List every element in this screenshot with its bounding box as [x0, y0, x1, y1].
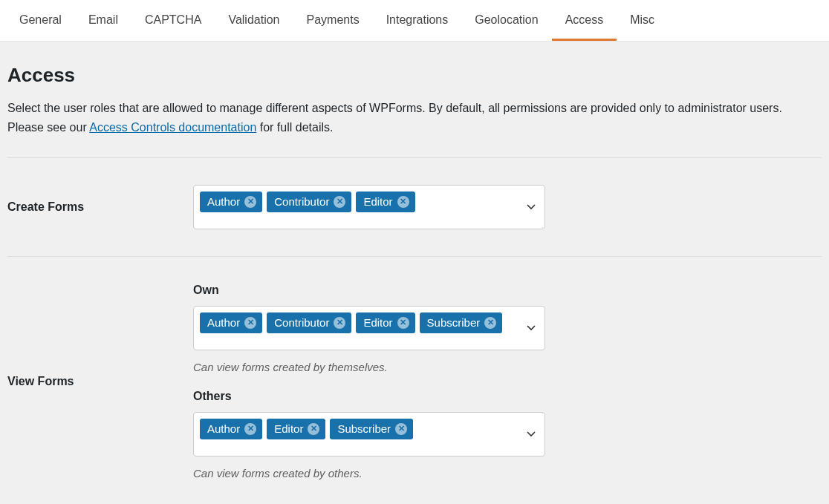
- remove-icon[interactable]: ✕: [397, 196, 409, 208]
- role-tag-label: Contributor: [274, 315, 329, 330]
- role-tag-label: Editor: [363, 194, 392, 209]
- settings-tabs: General Email CAPTCHA Validation Payment…: [0, 0, 829, 42]
- multiselect-view-own[interactable]: Author ✕ Contributor ✕ Editor ✕ Subscrib…: [193, 306, 545, 350]
- view-forms-own-block: Own Author ✕ Contributor ✕ Editor ✕: [193, 284, 550, 373]
- role-tag: Editor ✕: [267, 419, 325, 439]
- setting-field-view-forms: Own Author ✕ Contributor ✕ Editor ✕: [193, 284, 550, 480]
- role-tag: Editor ✕: [356, 192, 414, 212]
- access-docs-link[interactable]: Access Controls documentation: [89, 121, 256, 134]
- role-tag-label: Contributor: [274, 194, 329, 209]
- page-title: Access: [7, 64, 822, 87]
- tab-validation[interactable]: Validation: [215, 0, 293, 41]
- role-tag: Subscriber ✕: [420, 312, 503, 333]
- desc-text-after: for full details.: [256, 121, 333, 134]
- remove-icon[interactable]: ✕: [397, 317, 409, 329]
- tab-access[interactable]: Access: [552, 0, 617, 41]
- remove-icon[interactable]: ✕: [334, 317, 345, 329]
- setting-field-create-forms: Author ✕ Contributor ✕ Editor ✕: [193, 185, 550, 229]
- help-text-own: Can view forms created by themselves.: [193, 361, 550, 373]
- role-tag: Editor ✕: [356, 312, 414, 333]
- role-tag-label: Editor: [274, 422, 303, 436]
- multiselect-view-others[interactable]: Author ✕ Editor ✕ Subscriber ✕: [193, 412, 545, 456]
- role-tag: Author ✕: [200, 312, 262, 333]
- role-tag: Contributor ✕: [267, 192, 351, 212]
- role-tag: Contributor ✕: [267, 312, 351, 333]
- role-tag-label: Author: [207, 315, 240, 330]
- multiselect-create-forms[interactable]: Author ✕ Contributor ✕ Editor ✕: [193, 185, 545, 229]
- view-forms-others-block: Others Author ✕ Editor ✕ Subscriber ✕: [193, 390, 550, 480]
- sub-label-own: Own: [193, 284, 550, 297]
- tab-general[interactable]: General: [6, 0, 75, 41]
- role-tag-label: Subscriber: [427, 315, 481, 330]
- tab-email[interactable]: Email: [75, 0, 131, 41]
- tab-geolocation[interactable]: Geolocation: [461, 0, 551, 41]
- tab-payments[interactable]: Payments: [293, 0, 372, 41]
- role-tag-label: Editor: [363, 315, 392, 330]
- tab-captcha[interactable]: CAPTCHA: [131, 0, 215, 41]
- role-tag-label: Author: [207, 422, 240, 436]
- chevron-down-icon: [527, 203, 536, 212]
- tab-integrations[interactable]: Integrations: [373, 0, 462, 41]
- remove-icon[interactable]: ✕: [244, 317, 256, 329]
- role-tag-label: Author: [207, 194, 240, 209]
- remove-icon[interactable]: ✕: [244, 196, 256, 208]
- help-text-others: Can view forms created by others.: [193, 467, 550, 480]
- role-tag: Author ✕: [200, 419, 262, 439]
- remove-icon[interactable]: ✕: [244, 423, 256, 435]
- access-content: Access Select the user roles that are al…: [0, 42, 829, 504]
- remove-icon[interactable]: ✕: [334, 196, 345, 208]
- sub-label-others: Others: [193, 390, 550, 403]
- role-tag: Subscriber ✕: [330, 419, 413, 439]
- page-description: Select the user roles that are allowed t…: [7, 99, 822, 137]
- setting-label-create-forms: Create Forms: [7, 200, 193, 214]
- setting-label-view-forms: View Forms: [7, 375, 193, 388]
- remove-icon[interactable]: ✕: [308, 423, 319, 435]
- role-tag-label: Subscriber: [337, 422, 391, 436]
- chevron-down-icon: [527, 324, 536, 333]
- chevron-down-icon: [527, 430, 536, 439]
- setting-row-view-forms: View Forms Own Author ✕ Contributor ✕ Ed…: [7, 257, 822, 504]
- remove-icon[interactable]: ✕: [395, 423, 407, 435]
- remove-icon[interactable]: ✕: [484, 317, 496, 329]
- setting-row-create-forms: Create Forms Author ✕ Contributor ✕ Edit…: [7, 158, 822, 257]
- role-tag: Author ✕: [200, 192, 262, 212]
- tab-misc[interactable]: Misc: [617, 0, 668, 41]
